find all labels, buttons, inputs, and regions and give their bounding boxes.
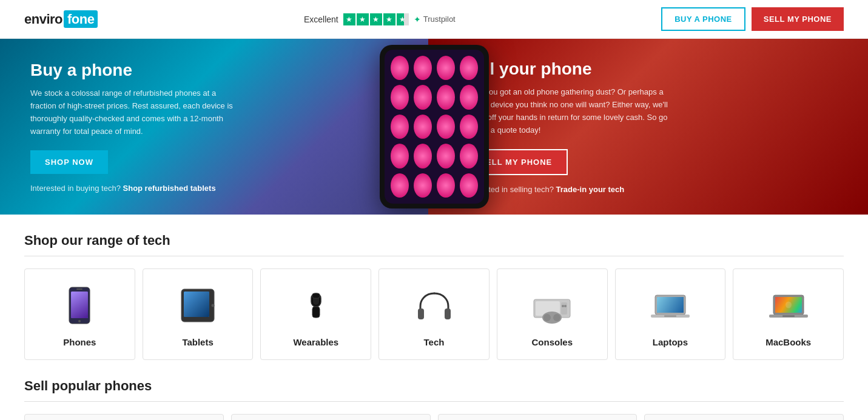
dot-17: [391, 173, 409, 198]
dot-11: [437, 115, 455, 139]
hero-section: Buy a phone We stock a colossal range of…: [0, 39, 868, 215]
tech-icon: [410, 281, 459, 330]
dot-14: [414, 144, 432, 168]
logo-text: envirofone: [24, 12, 98, 27]
svg-rect-14: [445, 308, 451, 319]
wearables-icon: [292, 281, 340, 330]
star-4: ★: [383, 13, 395, 25]
svg-point-3: [78, 320, 81, 322]
header-buttons: BUY A PHONE SELL MY PHONE: [661, 7, 844, 31]
star-5-half: ★: [397, 13, 409, 25]
logo-text-before: enviro: [24, 12, 62, 27]
shop-now-button[interactable]: SHOP NOW: [30, 150, 108, 174]
category-card-laptops[interactable]: Laptops: [615, 268, 726, 360]
hero-buy-sub-text: Interested in buying tech?: [30, 184, 121, 193]
svg-rect-12: [312, 293, 320, 298]
sell-phone-card-4[interactable]: [644, 414, 844, 420]
category-card-tablets[interactable]: Tablets: [143, 268, 254, 360]
svg-rect-17: [561, 302, 567, 315]
dot-5: [391, 85, 409, 109]
category-card-tech[interactable]: Tech: [378, 268, 490, 360]
laptops-label: Laptops: [653, 337, 688, 347]
logo-text-highlight: fone: [64, 10, 98, 28]
svg-rect-32: [782, 315, 795, 317]
hero-sell-sub: Interested in selling tech? Trade-in you…: [465, 185, 832, 194]
consoles-label: Consoles: [531, 337, 573, 347]
dot-9: [391, 115, 409, 139]
category-card-macbooks[interactable]: MacBooks: [733, 268, 844, 360]
sell-popular-divider: [24, 401, 844, 402]
dot-10: [414, 115, 432, 139]
svg-point-8: [212, 304, 215, 307]
hero-phone-image: [362, 39, 507, 215]
sell-popular-section: Sell popular phones: [0, 378, 868, 420]
star-2: ★: [357, 13, 369, 25]
svg-rect-25: [657, 297, 684, 313]
svg-point-21: [543, 314, 551, 321]
svg-rect-2: [71, 292, 88, 318]
sell-phone-card-3[interactable]: [438, 414, 638, 420]
star-1: ★: [343, 13, 355, 25]
macbooks-label: MacBooks: [765, 337, 811, 347]
tablets-label: Tablets: [182, 337, 213, 347]
dot-15: [437, 144, 455, 168]
dot-3: [437, 56, 455, 80]
tablets-icon: [173, 281, 222, 330]
trustpilot-label: Excellent: [304, 15, 338, 24]
consoles-icon: [528, 281, 576, 330]
shop-range-title: Shop our range of tech: [24, 233, 844, 248]
hero-buy-title: Buy a phone: [30, 61, 398, 80]
star-3: ★: [370, 13, 382, 25]
dot-18: [414, 173, 432, 198]
category-card-phones[interactable]: Phones: [24, 268, 135, 360]
sell-phone-card-1[interactable]: [24, 414, 224, 420]
logo[interactable]: envirofone: [24, 12, 98, 27]
header: envirofone Excellent ★ ★ ★ ★ ★ ✦ Trustpi…: [0, 0, 868, 39]
laptops-icon: [646, 281, 695, 330]
trade-in-tech-link[interactable]: Trade-in your tech: [556, 185, 625, 194]
dot-8: [460, 85, 478, 109]
hero-buy-description: We stock a colossal range of refurbished…: [30, 87, 237, 138]
dot-13: [391, 144, 409, 168]
shop-range-divider: [24, 256, 844, 256]
macbooks-icon: [764, 281, 813, 330]
svg-point-18: [562, 305, 564, 307]
trustpilot-brand-name: Trustpilot: [423, 15, 456, 24]
svg-rect-4: [76, 288, 82, 290]
category-card-wearables[interactable]: Wearables: [260, 268, 371, 360]
wearables-label: Wearables: [293, 337, 338, 347]
trustpilot-stars: ★ ★ ★ ★ ★: [343, 13, 409, 25]
trustpilot-area: Excellent ★ ★ ★ ★ ★ ✦ Trustpilot: [304, 13, 456, 25]
dot-1: [391, 56, 409, 80]
trustpilot-logo-icon: ✦: [414, 15, 421, 24]
sell-phone-card-2[interactable]: [231, 414, 431, 420]
tech-label: Tech: [424, 337, 445, 347]
phone-mockup: [380, 45, 489, 208]
dot-4: [460, 56, 478, 80]
shop-range-section: Shop our range of tech: [0, 215, 868, 378]
dot-7: [437, 85, 455, 109]
svg-point-22: [553, 314, 560, 321]
hero-buy-sub: Interested in buying tech? Shop refurbis…: [30, 184, 398, 193]
phones-label: Phones: [63, 337, 96, 347]
shop-refurbished-tablets-link[interactable]: Shop refurbished tablets: [123, 184, 216, 193]
dot-12: [460, 115, 478, 139]
dot-6: [414, 85, 432, 109]
dot-20: [460, 173, 478, 198]
trustpilot-brand: ✦ Trustpilot: [414, 15, 456, 24]
svg-point-33: [786, 302, 792, 308]
buy-a-phone-button[interactable]: BUY A PHONE: [661, 7, 745, 31]
sell-popular-title: Sell popular phones: [24, 378, 844, 394]
svg-rect-13: [418, 308, 424, 319]
svg-rect-11: [312, 307, 320, 318]
dot-19: [437, 173, 455, 198]
phones-icon: [55, 281, 104, 330]
category-card-consoles[interactable]: Consoles: [497, 268, 608, 360]
dot-16: [460, 144, 478, 168]
sell-my-phone-header-button[interactable]: SELL MY PHONE: [752, 7, 844, 31]
sell-phones-grid: [24, 414, 844, 420]
phone-screen: [385, 50, 484, 204]
hero-sell-title: Sell your phone: [465, 59, 832, 79]
svg-rect-27: [664, 315, 676, 317]
svg-point-19: [564, 305, 567, 307]
